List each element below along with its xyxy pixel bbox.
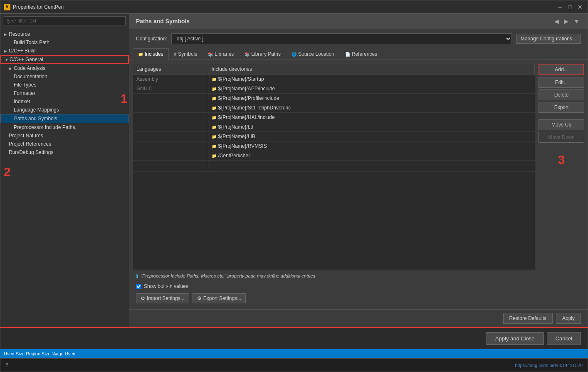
sidebar-item-label: Formatter	[14, 90, 35, 96]
sidebar-item-build-tools-path[interactable]: Build Tools Path	[0, 38, 129, 47]
table-row[interactable]: 📁${ProjName}/StdPeriphDriver/inc	[133, 103, 535, 113]
libraries-icon: 📚	[208, 52, 213, 57]
apply-and-close-button[interactable]: Apply and Close	[487, 332, 544, 345]
delete-button[interactable]: Delete	[539, 89, 584, 100]
includes-table-element: Languages Include directories Assembly 📁…	[133, 64, 535, 172]
dir-cell: 📁${ProjName}/Profile/include	[208, 94, 535, 103]
sidebar: ▶ Resource Build Tools Path ▶ C/C++ Buil…	[0, 14, 129, 327]
table-row[interactable]: 📁${ProjName}/Profile/include	[133, 94, 535, 103]
sidebar-item-cpp-build[interactable]: ▶ C/C++ Build	[0, 47, 129, 55]
library-paths-icon: 📚	[245, 52, 250, 57]
dir-cell: 📁${ProjName}/HAL/include	[208, 113, 535, 122]
lang-cell: Assembly	[133, 74, 208, 84]
dir-icon: 📁	[212, 106, 217, 110]
content-body: Languages Include directories Assembly 📁…	[129, 60, 588, 309]
references-icon: 📄	[345, 52, 350, 57]
tab-libraries[interactable]: 📚 Libraries	[203, 48, 239, 60]
table-row[interactable]: 📁${ProjName}/LIB	[133, 132, 535, 141]
tree-arrow-natures	[4, 134, 9, 138]
table-row[interactable]: 📁${ProjName}/HAL/include	[133, 113, 535, 122]
sidebar-item-label: Project References	[9, 141, 51, 147]
tab-library-paths[interactable]: 📚 Library Paths	[239, 48, 286, 60]
table-row[interactable]: GNU C 📁${ProjName}/APP/include	[133, 84, 535, 94]
maximize-button[interactable]: □	[566, 3, 574, 11]
table-row[interactable]: 📁/CentPeri/shell	[133, 151, 535, 161]
dialog-bottom: Apply and Close Cancel	[0, 327, 588, 349]
tab-symbols[interactable]: # Symbols	[169, 48, 203, 60]
sidebar-item-label: Project Natures	[9, 133, 43, 139]
tree-arrow-resource: ▶	[4, 32, 9, 37]
table-row[interactable]: 📁${ProjName}/Ld	[133, 122, 535, 132]
manage-configurations-button[interactable]: Manage Configurations...	[516, 34, 581, 44]
lang-cell	[133, 113, 208, 122]
tree-arrow-code-analysis: ▶	[9, 66, 14, 71]
sidebar-item-paths-symbols[interactable]: Paths and Symbols	[0, 114, 129, 123]
info-icon: ℹ	[136, 273, 138, 279]
sidebar-tree: ▶ Resource Build Tools Path ▶ C/C++ Buil…	[0, 28, 129, 327]
sidebar-item-project-references[interactable]: Project References	[0, 140, 129, 148]
sidebar-item-label: Preprocessor Include Paths,	[14, 124, 77, 130]
nav-back-button[interactable]: ◀	[553, 17, 561, 25]
app-icon: V	[4, 4, 10, 10]
edit-button[interactable]: Edit...	[539, 77, 584, 88]
config-label: Configuration:	[136, 36, 167, 42]
dir-cell: 📁${ProjName}/RVMSIS	[208, 141, 535, 151]
sidebar-item-resource[interactable]: ▶ Resource	[0, 30, 129, 38]
help-button[interactable]: ?	[5, 362, 8, 368]
dir-cell: 📁${ProjName}/LIB	[208, 132, 535, 141]
minimize-button[interactable]: ─	[556, 3, 564, 11]
includes-table: Languages Include directories Assembly 📁…	[133, 64, 535, 270]
nav-forward-button[interactable]: ▶	[562, 17, 570, 25]
sidebar-item-preprocessor[interactable]: Preprocessor Include Paths,	[0, 123, 129, 131]
sidebar-item-cpp-general[interactable]: ▼ C/C++ General	[0, 55, 129, 64]
tree-arrow-doc	[9, 74, 14, 79]
sidebar-item-label: Run/Debug Settings	[9, 149, 53, 155]
sidebar-item-language-mappings[interactable]: Language Mappings	[0, 106, 129, 114]
source-location-icon: 🌐	[292, 52, 296, 57]
restore-defaults-button[interactable]: Restore Defaults	[503, 313, 553, 324]
table-row[interactable]	[133, 161, 535, 164]
annotation-3: 3	[539, 153, 584, 167]
move-down-button[interactable]: Move Down	[539, 132, 584, 143]
nav-dropdown-button[interactable]: ▼	[572, 17, 581, 25]
apply-button[interactable]: Apply	[556, 313, 581, 324]
sidebar-item-indexer[interactable]: Indexer	[0, 97, 129, 106]
sidebar-item-label: Resource	[9, 31, 30, 37]
sidebar-item-documentation[interactable]: Documentation	[0, 72, 129, 81]
sidebar-item-formatter[interactable]: Formatter	[0, 89, 129, 97]
table-row[interactable]: 📁${ProjName}/RVMSIS	[133, 141, 535, 151]
table-row[interactable]: Assembly 📁${ProjName}/Startup	[133, 74, 535, 84]
filter-input[interactable]	[4, 16, 126, 25]
bottom-bar: Restore Defaults Apply	[129, 309, 588, 327]
lang-cell	[133, 168, 208, 172]
table-row[interactable]	[133, 168, 535, 172]
close-button[interactable]: ✕	[576, 3, 584, 11]
sidebar-item-project-natures[interactable]: Project Natures	[0, 131, 129, 140]
export-button[interactable]: Export	[539, 102, 584, 113]
config-row: Configuration: obj [ Active ] Manage Con…	[129, 29, 588, 48]
tab-source-location[interactable]: 🌐 Source Location	[286, 48, 340, 60]
import-settings-button[interactable]: ⚙ Import Settings...	[136, 293, 189, 303]
cancel-button[interactable]: Cancel	[547, 332, 581, 345]
tab-includes[interactable]: 📁 Includes	[133, 48, 169, 60]
content-panel: Paths and Symbols ◀ ▶ ▼ Configuration: o…	[129, 14, 588, 327]
add-button[interactable]: Add...	[539, 64, 584, 75]
page-title: Paths and Symbols	[136, 18, 190, 25]
config-select[interactable]: obj [ Active ]	[171, 33, 512, 44]
export-settings-button[interactable]: ⚙ Export Settings...	[193, 293, 246, 303]
sidebar-item-file-types[interactable]: File Types	[0, 81, 129, 89]
show-builtin-label[interactable]: Show built-in values	[144, 283, 188, 289]
window-title: Properties for CentPeri	[13, 4, 556, 10]
tabs-bar: 📁 Includes # Symbols 📚 Libraries 📚 Libra…	[129, 48, 588, 60]
tab-references[interactable]: 📄 References	[340, 48, 383, 60]
show-builtin-checkbox[interactable]	[136, 284, 141, 289]
symbols-icon: #	[174, 52, 177, 57]
move-up-button[interactable]: Move Up	[539, 119, 584, 130]
sidebar-item-run-debug[interactable]: Run/Debug Settings	[0, 148, 129, 156]
dir-icon: 📁	[212, 144, 217, 149]
import-icon: ⚙	[141, 295, 145, 301]
table-row[interactable]	[133, 164, 535, 168]
dir-icon: 📁	[212, 125, 217, 129]
sidebar-item-label: Build Tools Path	[14, 40, 49, 45]
sidebar-item-code-analysis[interactable]: ▶ Code Analysis	[0, 64, 129, 72]
